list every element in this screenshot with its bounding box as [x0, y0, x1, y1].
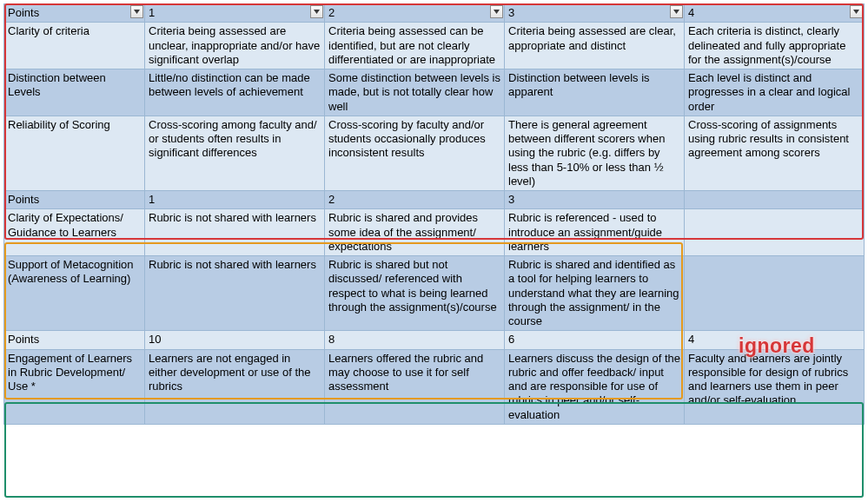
svg-marker-2 [494, 10, 500, 14]
col-header-label: 1 [145, 191, 325, 209]
cell: Learners are not engaged in either devel… [145, 349, 325, 424]
cell: Rubric is shared but not discussed/ refe… [325, 256, 505, 331]
cell: Rubric is shared and identified as a too… [505, 256, 685, 331]
filter-dropdown-icon[interactable] [310, 5, 323, 18]
cell: Some distinction between levels is made,… [325, 69, 505, 116]
cell: Criteria being assessed are clear, appro… [505, 23, 685, 69]
row-label: Clarity of criteria [4, 23, 145, 69]
cell [685, 209, 865, 256]
cell: Rubric is referenced - used to introduce… [505, 209, 685, 256]
col-header-label: Points [4, 191, 145, 209]
table-row: Clarity of criteria Criteria being asses… [4, 23, 865, 69]
cell: Learners discuss the design of the rubri… [505, 349, 685, 424]
annotation-ignored: ignored [739, 334, 815, 358]
cell: Faculty and learners are jointly respons… [685, 349, 865, 424]
table-row: Support of Metacognition (Awareness of L… [4, 256, 865, 331]
col-header-label: 4 [688, 6, 694, 19]
cell: Criteria being assessed can be identifie… [325, 23, 505, 69]
col-header-label: 3 [508, 6, 514, 19]
col-header-1[interactable]: 1 [145, 4, 325, 23]
svg-marker-1 [314, 10, 320, 14]
col-header-label: 6 [505, 331, 685, 349]
row-label: Distinction between Levels [4, 69, 145, 116]
col-header-2[interactable]: 2 [325, 4, 505, 23]
cell: Rubric is not shared with learners [145, 209, 325, 256]
col-header-4[interactable]: 4 [685, 4, 865, 23]
svg-marker-3 [673, 10, 679, 14]
cell: Cross-scoring among faculty and/ or stud… [145, 116, 325, 190]
col-header-label: 10 [145, 331, 325, 349]
cell: Criteria being assessed are unclear, ina… [145, 23, 325, 69]
table-row: Distinction between Levels Little/no dis… [4, 69, 865, 116]
col-header-label: 3 [505, 191, 685, 209]
svg-marker-0 [134, 10, 140, 14]
col-header-label: Points [4, 331, 145, 349]
section-header-row: Points 10 8 6 4 [4, 331, 865, 349]
cell: Each criteria is distinct, clearly delin… [685, 23, 865, 69]
col-header-3[interactable]: 3 [505, 4, 685, 23]
rubric-table: Points 1 2 3 4 Clarity of criteria Crite… [3, 3, 865, 425]
col-header-label [685, 191, 865, 209]
row-label: Clarity of Expectations/ Guidance to Lea… [4, 209, 145, 256]
col-header-points[interactable]: Points [4, 4, 145, 23]
table-row: Reliability of Scoring Cross-scoring amo… [4, 116, 865, 190]
col-header-label: 2 [325, 191, 505, 209]
col-header-label: 2 [328, 6, 335, 19]
row-label: Reliability of Scoring [4, 116, 145, 190]
cell: Little/no distinction can be made betwee… [145, 69, 325, 116]
cell: Rubric is shared and provides some idea … [325, 209, 505, 256]
col-header-label: 1 [149, 6, 155, 19]
cell: Each level is distinct and progresses in… [685, 69, 865, 116]
cell: Rubric is not shared with learners [145, 256, 325, 331]
section-header-row: Points 1 2 3 [4, 191, 865, 209]
cell: Learners offered the rubric and may choo… [325, 349, 505, 424]
filter-dropdown-icon[interactable] [130, 5, 143, 18]
svg-marker-4 [853, 10, 859, 14]
table-row: Clarity of Expectations/ Guidance to Lea… [4, 209, 865, 256]
cell: There is general agreement between diffe… [505, 116, 685, 190]
cell: Cross-scoring by faculty and/or students… [325, 116, 505, 190]
cell: Cross-scoring of assignments using rubri… [685, 116, 865, 190]
filter-dropdown-icon[interactable] [850, 5, 863, 18]
col-header-label: 8 [325, 331, 505, 349]
row-label: Support of Metacognition (Awareness of L… [4, 256, 145, 331]
cell [685, 256, 865, 331]
table-row: Engagement of Learners in Rubric Develop… [4, 349, 865, 424]
col-header-label: Points [8, 6, 39, 19]
filter-dropdown-icon[interactable] [490, 5, 503, 18]
filter-dropdown-icon[interactable] [670, 5, 683, 18]
cell: Distinction between levels is apparent [505, 69, 685, 116]
row-label: Engagement of Learners in Rubric Develop… [4, 349, 145, 424]
